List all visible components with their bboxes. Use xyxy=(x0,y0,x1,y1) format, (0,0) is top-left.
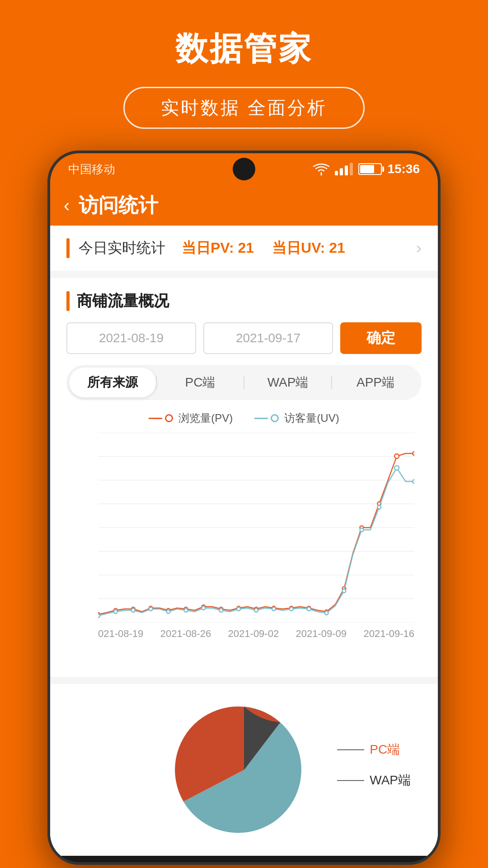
svg-point-51 xyxy=(343,589,346,593)
x-axis-labels: 021-08-19 2021-08-26 2021-09-02 2021-09-… xyxy=(98,628,414,640)
wap-label-line xyxy=(337,776,364,785)
nav-bar: ‹ 访问统计 xyxy=(50,185,438,226)
x-label-5: 2021-09-16 xyxy=(363,628,414,640)
x-label-3: 2021-09-02 xyxy=(228,628,279,640)
section-border-accent xyxy=(66,238,70,258)
legend-uv: 访客量(UV) xyxy=(254,411,339,425)
signal-icon xyxy=(335,163,353,175)
svg-point-35 xyxy=(394,454,399,458)
svg-point-37 xyxy=(98,614,100,618)
battery-icon xyxy=(358,163,382,175)
x-label-2: 2021-08-26 xyxy=(160,628,211,640)
svg-point-38 xyxy=(114,610,117,613)
today-uv: 当日UV: 21 xyxy=(272,238,345,258)
traffic-section-title: 商铺流量概况 xyxy=(77,291,169,311)
svg-point-55 xyxy=(413,480,414,483)
x-label-4: 2021-09-09 xyxy=(296,628,347,640)
svg-point-50 xyxy=(325,611,328,615)
confirm-button[interactable]: 确定 xyxy=(340,322,422,354)
pie-section: PC端 WAP端 xyxy=(50,684,438,856)
pie-chart xyxy=(158,698,330,842)
pie-labels: PC端 WAP端 xyxy=(337,741,411,789)
status-bar: 中国移动 15:36 xyxy=(50,153,438,185)
svg-point-53 xyxy=(377,505,381,509)
today-stats-section: 今日实时统计 当日PV: 21 当日UV: 21 › xyxy=(50,226,438,271)
status-time: 15:36 xyxy=(387,162,420,176)
wifi-icon xyxy=(313,163,329,175)
svg-point-39 xyxy=(131,609,135,612)
svg-point-54 xyxy=(394,466,399,470)
svg-point-40 xyxy=(149,607,153,611)
legend-pv-label: 浏览量(PV) xyxy=(178,411,233,425)
svg-point-44 xyxy=(219,609,223,612)
status-right: 15:36 xyxy=(313,162,420,176)
tab-pc[interactable]: PC端 xyxy=(157,368,244,397)
source-tabs: 所有来源 PC端 WAP端 APP端 xyxy=(66,365,422,400)
tab-app[interactable]: APP端 xyxy=(332,368,419,397)
pc-label: PC端 xyxy=(370,741,400,758)
traffic-section: 商铺流量概况 2021-08-19 2021-09-17 确定 所有来源 PC端 xyxy=(50,278,438,677)
section-border-2 xyxy=(66,291,70,311)
today-stats-label: 今日实时统计 xyxy=(79,238,165,258)
nav-title: 访问统计 xyxy=(79,192,158,219)
legend-uv-label: 访客量(UV) xyxy=(284,411,339,425)
svg-point-49 xyxy=(307,607,311,611)
main-content: 今日实时统计 当日PV: 21 当日UV: 21 › 商铺流量概况 2021-0… xyxy=(50,226,438,856)
date-start-input[interactable]: 2021-08-19 xyxy=(66,322,196,354)
svg-point-47 xyxy=(272,607,276,611)
carrier-text: 中国移动 xyxy=(68,161,115,177)
wap-label: WAP端 xyxy=(370,772,411,789)
subtitle-box: 实时数据 全面分析 xyxy=(123,87,364,129)
date-range: 2021-08-19 2021-09-17 确定 xyxy=(66,322,422,354)
legend-pv: 浏览量(PV) xyxy=(149,411,233,425)
x-label-1: 021-08-19 xyxy=(98,628,143,640)
app-subtitle: 实时数据 全面分析 xyxy=(161,95,327,120)
tab-all-sources[interactable]: 所有来源 xyxy=(69,368,156,397)
phone-frame: 中国移动 15:36 ‹ 访问统计 xyxy=(47,151,441,865)
svg-point-46 xyxy=(254,609,258,612)
date-end-input[interactable]: 2021-09-17 xyxy=(203,322,333,354)
tab-wap[interactable]: WAP端 xyxy=(244,368,331,397)
svg-point-36 xyxy=(413,452,414,455)
back-button[interactable]: ‹ xyxy=(64,195,70,216)
app-title: 数据管家 xyxy=(175,27,313,71)
svg-point-41 xyxy=(167,610,170,613)
svg-point-42 xyxy=(184,609,188,612)
pv-value: 21 xyxy=(238,240,254,256)
svg-point-52 xyxy=(360,528,363,532)
svg-point-45 xyxy=(237,607,240,611)
stats-arrow[interactable]: › xyxy=(416,239,422,258)
uv-line xyxy=(98,468,414,616)
chart-legend: 浏览量(PV) 访客量(UV) xyxy=(66,411,422,425)
line-chart: 0 10 20 30 40 50 60 70 80 xyxy=(98,433,414,623)
section-title-row: 商铺流量概况 xyxy=(66,291,422,311)
chart-area: 0 10 20 30 40 50 60 70 80 xyxy=(66,433,422,668)
uv-value: 21 xyxy=(329,240,345,256)
today-pv: 当日PV: 21 xyxy=(182,238,254,258)
pc-label-row: PC端 xyxy=(337,741,411,758)
wap-label-row: WAP端 xyxy=(337,772,411,789)
camera-cutout xyxy=(233,158,255,180)
pv-line xyxy=(98,453,414,614)
pc-label-line xyxy=(337,745,364,754)
svg-point-43 xyxy=(202,606,205,610)
svg-point-48 xyxy=(290,607,293,611)
